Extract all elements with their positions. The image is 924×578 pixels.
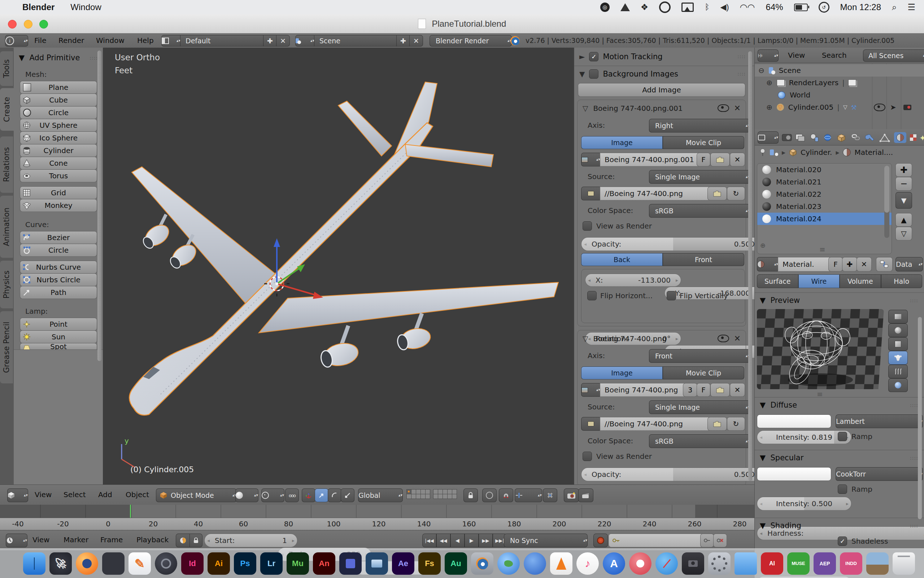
timeline-menu-playback[interactable]: Playback [136,536,169,544]
colorspace-select[interactable]: sRGB▴▾ [649,204,750,218]
layers-widget-2[interactable] [433,489,457,498]
fuse-dock-icon[interactable]: Fs [418,552,441,575]
axis-select[interactable]: Right▴▾ [649,119,750,133]
image-filepath[interactable]: //Boeing 747-400.png [600,187,713,200]
sync-mode-select[interactable]: No Sync▴▾ [504,534,588,547]
stack-indd-dock-icon[interactable]: INDD [840,552,862,575]
renderable-camera-icon[interactable] [903,105,911,110]
material-fake-user-button[interactable]: F [828,257,843,271]
firefox-dock-icon[interactable] [76,552,98,575]
snap-target-toggle[interactable] [543,489,557,502]
adobe-dark-app-dock-icon[interactable] [339,552,361,575]
add-layout-button[interactable]: ✚ [263,35,277,47]
snap-element-select[interactable]: ▴▾ [515,489,542,502]
timeline-menu-view[interactable]: View [32,536,49,544]
move-slot-down-button[interactable]: ▽ [895,227,912,240]
open-file-button[interactable] [710,383,730,397]
material-slots-list[interactable]: Material.020 Material.021 Material.022 M… [757,163,892,254]
preview-hair-button[interactable] [888,365,908,378]
eye-icon[interactable] [718,334,729,342]
timeline-menu-marker[interactable]: Marker [63,536,88,544]
tab-animation[interactable]: Animation [0,196,13,258]
fake-user-button[interactable]: F [697,383,710,397]
outliner-row-world[interactable]: World [755,89,924,101]
viewport-shading-select[interactable]: ▴▾ [235,489,258,502]
snap-magnet-toggle[interactable] [499,489,513,502]
image-browse-icon[interactable]: ▴▾ [581,383,601,397]
renderlayer-data-icon[interactable] [848,80,856,86]
mesh-data-icon[interactable]: ▽ [843,104,848,110]
scale-manipulator-toggle[interactable] [341,489,355,502]
app-grid-dock-icon[interactable] [102,552,125,575]
users-count-button[interactable]: 3 [683,383,697,397]
specular-color-swatch[interactable] [757,467,831,481]
image-file-dock-icon[interactable] [866,552,888,575]
breadcrumb-material[interactable]: Material.... [854,148,893,157]
source-select[interactable]: Single Image▴▾ [649,170,750,184]
packed-file-icon[interactable] [581,187,601,200]
tab-tools[interactable]: Tools [0,51,13,86]
material-name-field[interactable]: Material. [778,257,833,271]
add-monkey-button[interactable]: Monkey [20,199,97,212]
image-browse-icon[interactable]: ▴▾ [581,153,601,166]
timeline-menu-frame[interactable]: Frame [101,536,123,544]
flip-vertical-checkbox[interactable] [667,291,676,300]
dark-disc-app-dock-icon[interactable] [155,552,177,575]
time-machine-icon[interactable]: ↺ [819,2,830,13]
start-frame-field[interactable]: Start:1 [204,534,297,547]
breadcrumb-object[interactable]: Cylinder. [801,148,832,157]
keying-set-field[interactable] [608,534,703,547]
unlink-image-button[interactable]: ✕ [730,383,745,397]
unlink-image-button[interactable]: ✕ [730,153,745,166]
image-tab[interactable]: Image [581,136,663,149]
record-button[interactable] [593,534,608,547]
collapse-icon[interactable]: ▽ [582,104,588,113]
lock-frame-toggle[interactable] [190,534,203,547]
back-toggle[interactable]: Back [581,253,663,266]
viewport-menu-view[interactable]: View [35,490,52,499]
axis-select[interactable]: Front▴▾ [649,349,750,363]
rotate-manipulator-toggle[interactable] [328,489,342,502]
material-crumb-icon[interactable] [843,148,851,156]
image-tab[interactable]: Image [581,367,663,380]
view-as-render-row[interactable]: View as Render [582,451,652,461]
mode-surface[interactable]: Surface [757,274,798,288]
editor-type-button[interactable]: i▴▾ [5,35,28,47]
time-display-toggle[interactable] [176,534,190,547]
object-crumb-icon[interactable] [789,148,797,156]
launchpad-dock-icon[interactable]: 🚀︎ [49,552,72,575]
lock-to-scene-toggle[interactable] [464,489,478,502]
airplane-model[interactable]: y [103,48,574,484]
next-keyframe-button[interactable]: ▶▶ [478,534,493,547]
viewport-menu-add[interactable]: Add [98,490,112,499]
diffuse-color-swatch[interactable] [757,414,831,428]
background-images-panel[interactable]: ▼ Background Images [579,69,678,79]
jump-to-start-button[interactable]: |◀◀ [422,534,436,547]
scene-browse-icon[interactable]: ▴▾ [295,35,315,47]
browser-globe-dock-icon[interactable] [524,552,546,575]
image-datablock-name[interactable]: Boeing 747-400.png.001 [600,153,702,166]
shadeless-checkbox[interactable]: ✓ [838,536,847,546]
manipulator-axis-toggle[interactable] [302,489,316,502]
add-torus-button[interactable]: Torus [20,169,97,182]
spotlight-icon[interactable]: ⌕ [892,2,896,12]
new-material-button[interactable]: ✚ [842,257,857,271]
insert-keyframe-button[interactable] [700,534,714,547]
pivot-point-select[interactable]: ▴▾ [261,489,284,502]
screen-layout-name[interactable]: Default [180,35,269,47]
image-datablock-name[interactable]: Boeing 747-400.png [600,383,688,397]
specular-panel-header[interactable]: ▼ Specular [760,453,804,462]
safari-dock-icon[interactable] [655,552,678,575]
outliner-row-cylinder[interactable]: ⊕ ▽ Cylinder.005 | ▽ ⚒ ➤ [755,101,924,114]
status-disc-icon[interactable] [659,2,671,13]
vlc-dock-icon[interactable] [550,552,572,575]
system-preferences-dock-icon[interactable] [708,552,731,575]
list-filter-toggle[interactable]: ⊕ [760,242,765,249]
manipulate-centers-toggle[interactable]: ooo [285,489,299,502]
viewport-3d[interactable]: y User Ortho Feet (0) Cylinder.005 [103,48,574,484]
menu-file[interactable]: File [34,36,46,45]
add-nurbs-curve-button[interactable]: Nurbs Curve [20,261,97,274]
properties-tab-icons[interactable]: ✦ [781,132,924,144]
preview-flat-button[interactable] [888,310,908,323]
preview-world-button[interactable] [888,378,908,392]
